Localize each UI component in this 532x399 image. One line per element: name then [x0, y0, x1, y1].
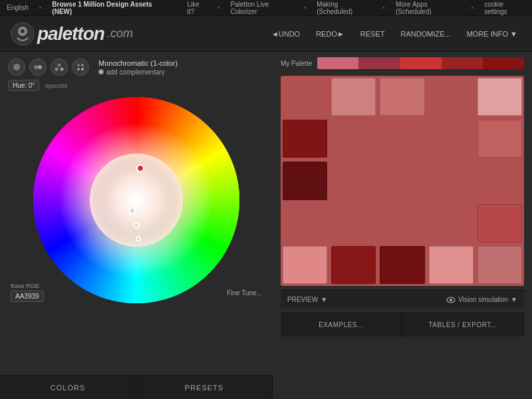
more-apps-link[interactable]: More Apps (Scheduled) [396, 1, 461, 15]
mode-icons-row: Monochromatic (1-color) add complementar… [8, 57, 265, 77]
swatch-cell-20[interactable] [283, 246, 327, 284]
swatch-cell-10[interactable] [283, 162, 327, 200]
swatch-cell-2[interactable] [380, 78, 424, 116]
color-selector-dot-2[interactable] [129, 207, 136, 214]
likeit-link[interactable]: Like it? [187, 1, 207, 15]
radio-dot [98, 69, 104, 74]
hue-controls: Hue: 0° opposite [8, 80, 265, 91]
swatch-cell-4[interactable] [477, 78, 522, 116]
language-selector[interactable]: English [7, 4, 29, 11]
logo-icon [11, 22, 35, 46]
add-comp-label: add complementary [106, 68, 165, 76]
swatch-cell-5[interactable] [283, 120, 327, 158]
color-selector-dot-primary[interactable] [136, 164, 144, 172]
preview-button[interactable]: PREVIEW ▼ [287, 296, 327, 303]
bottom-left-tab-1[interactable]: PRESETS [136, 376, 273, 399]
header-controls: ◄UNDO REDO► RESET RANDOMIZE... MORE INFO… [267, 28, 521, 40]
top-bar-separator2: • [217, 4, 220, 11]
more-info-button[interactable]: MORE INFO ▼ [463, 28, 521, 40]
swatch-grid [281, 76, 524, 286]
color-selector-dot-3[interactable] [134, 223, 140, 229]
add-complementary-row[interactable]: add complementary [98, 68, 178, 76]
svg-point-4 [34, 65, 38, 69]
tetrad-mode-icon[interactable] [72, 59, 89, 76]
swatch-cell-19[interactable] [477, 204, 522, 242]
mono-mode-icon[interactable] [8, 59, 25, 76]
palette-segment-3[interactable] [442, 57, 483, 69]
swatch-cell-6[interactable] [329, 118, 378, 160]
svg-point-14 [450, 299, 452, 301]
making-link[interactable]: Making (Scheduled) [317, 1, 372, 15]
bottom-right-tab-0[interactable]: EXAMPLES... [281, 313, 402, 336]
right-panel: My Palette PREVIEW ▼ Vision simulation ▼ [273, 52, 532, 342]
base-rgb-label: Base RGB: [11, 283, 44, 289]
palette-segment-4[interactable] [483, 57, 524, 69]
preview-bar: PREVIEW ▼ Vision simulation ▼ [281, 290, 524, 309]
browse-link[interactable]: Browse 1 Million Design Assets (NEW) [52, 1, 166, 15]
svg-point-12 [81, 68, 84, 70]
svg-point-6 [58, 64, 61, 67]
bottom-left-tab-0[interactable]: COLORS [0, 376, 136, 399]
redo-button[interactable]: REDO► [312, 28, 348, 40]
base-rgb-input[interactable]: AA3939 [11, 291, 44, 302]
swatch-cell-22[interactable] [380, 246, 424, 284]
swatch-cell-16[interactable] [329, 202, 378, 244]
swatch-cell-21[interactable] [331, 246, 376, 284]
top-bar-separator: • [39, 4, 42, 11]
left-panel: Monochromatic (1-color) add complementar… [0, 52, 273, 342]
swatch-cell-23[interactable] [429, 246, 473, 284]
palette-segment-2[interactable] [400, 57, 442, 69]
undo-button[interactable]: ◄UNDO [267, 28, 304, 40]
swatch-cell-13[interactable] [427, 160, 475, 201]
cookie-settings-link[interactable]: cookie settings [484, 1, 525, 15]
svg-point-2 [21, 29, 25, 33]
triad-mode-icon[interactable] [51, 59, 68, 76]
palette-bar [317, 57, 524, 69]
randomize-button[interactable]: RANDOMIZE... [397, 28, 455, 40]
reset-button[interactable]: RESET [356, 28, 389, 40]
palette-segment-1[interactable] [358, 57, 400, 69]
top-bar-separator3: • [304, 4, 307, 11]
swatch-cell-14[interactable] [475, 160, 524, 201]
swatch-cell-24[interactable] [477, 246, 522, 284]
svg-point-10 [81, 64, 84, 66]
live-colorizer-link[interactable]: Paletton Live Colorizer [231, 1, 293, 15]
swatch-cell-18[interactable] [427, 202, 475, 244]
fine-tune-button[interactable]: Fine Tune [227, 289, 262, 297]
top-bar: English • Browse 1 Million Design Assets… [0, 0, 532, 16]
swatch-cell-7[interactable] [378, 118, 426, 160]
palette-segment-0[interactable] [317, 57, 358, 69]
color-wheel-container[interactable] [30, 94, 243, 307]
vision-simulation[interactable]: Vision simulation ▼ [446, 295, 517, 305]
svg-point-7 [55, 68, 59, 71]
swatch-cell-1[interactable] [331, 78, 376, 116]
swatch-cell-15[interactable] [281, 202, 329, 244]
logo-text: paletton [37, 23, 104, 45]
top-bar-separator4: • [382, 4, 385, 11]
mode-label: Monochromatic (1-color) [98, 59, 178, 67]
bottom-right-tab-1[interactable]: TABLES / EXPORT... [402, 313, 524, 336]
swatch-cell-8[interactable] [427, 118, 475, 160]
swatch-cell-17[interactable] [378, 202, 426, 244]
adjacent-mode-icon[interactable] [29, 59, 47, 76]
swatch-cell-3[interactable] [427, 76, 475, 118]
bottom-right-tabs: EXAMPLES...TABLES / EXPORT... [281, 313, 524, 336]
svg-point-8 [61, 68, 64, 71]
swatch-cell-11[interactable] [329, 160, 378, 201]
bottom-left-tabs: COLORSPRESETS [0, 375, 273, 399]
opposite-label: opposite [45, 82, 67, 89]
svg-point-11 [77, 68, 80, 70]
main-content: Monochromatic (1-color) add complementar… [0, 52, 532, 342]
color-wheel-canvas[interactable] [30, 94, 243, 307]
mode-label-area: Monochromatic (1-color) add complementar… [98, 59, 178, 76]
color-selector-dot-4[interactable] [136, 236, 141, 241]
svg-point-9 [77, 64, 80, 66]
logo: paletton .com [11, 22, 133, 46]
swatch-cell-12[interactable] [378, 160, 426, 201]
base-rgb-area: Base RGB: AA3939 [11, 283, 44, 302]
swatch-cell-0[interactable] [281, 76, 329, 118]
top-bar-separator5: • [471, 4, 474, 11]
hue-label[interactable]: Hue: 0° [8, 80, 39, 91]
swatch-cell-9[interactable] [477, 120, 522, 158]
svg-point-3 [13, 64, 20, 70]
